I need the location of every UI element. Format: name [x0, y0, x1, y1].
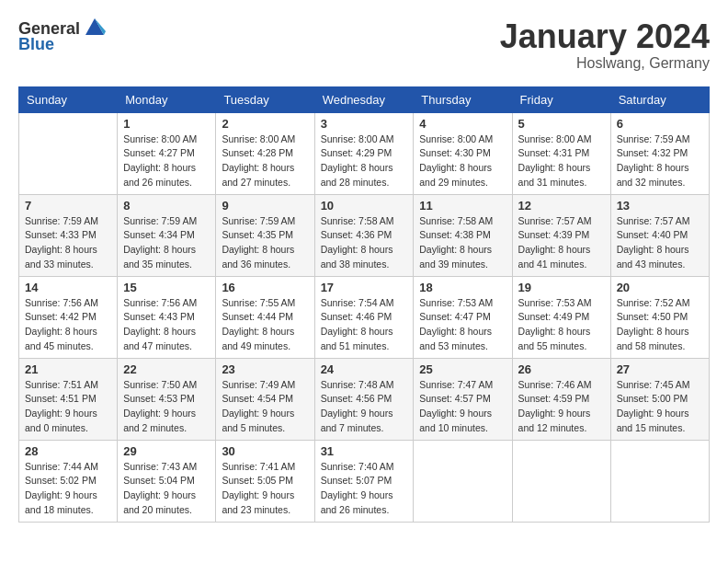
day-info: Sunrise: 7:43 AMSunset: 5:04 PMDaylight:… [123, 460, 210, 518]
calendar-cell: 11Sunrise: 7:58 AMSunset: 4:38 PMDayligh… [414, 194, 512, 276]
day-info: Sunrise: 7:58 AMSunset: 4:38 PMDaylight:… [419, 214, 506, 272]
day-info: Sunrise: 7:40 AMSunset: 5:07 PMDaylight:… [321, 460, 408, 518]
calendar-cell: 27Sunrise: 7:45 AMSunset: 5:00 PMDayligh… [610, 358, 709, 440]
day-info: Sunrise: 7:56 AMSunset: 4:42 PMDaylight:… [25, 296, 111, 354]
day-number: 20 [617, 281, 703, 294]
day-info: Sunrise: 7:58 AMSunset: 4:36 PMDaylight:… [321, 214, 408, 272]
calendar-header-tuesday: Tuesday [216, 86, 314, 112]
day-info: Sunrise: 7:56 AMSunset: 4:43 PMDaylight:… [123, 296, 210, 354]
calendar-week-row: 21Sunrise: 7:51 AMSunset: 4:51 PMDayligh… [19, 358, 710, 440]
day-number: 3 [321, 117, 408, 131]
day-info: Sunrise: 7:55 AMSunset: 4:44 PMDaylight:… [222, 296, 308, 354]
calendar-cell: 30Sunrise: 7:41 AMSunset: 5:05 PMDayligh… [216, 440, 314, 522]
day-info: Sunrise: 8:00 AMSunset: 4:29 PMDaylight:… [321, 132, 408, 190]
day-number: 16 [222, 281, 308, 294]
day-info: Sunrise: 7:53 AMSunset: 4:47 PMDaylight:… [419, 296, 506, 354]
day-number: 25 [419, 362, 506, 376]
calendar-cell: 24Sunrise: 7:48 AMSunset: 4:56 PMDayligh… [314, 358, 414, 440]
logo: General Blue [18, 18, 106, 54]
calendar-cell: 10Sunrise: 7:58 AMSunset: 4:36 PMDayligh… [314, 194, 414, 276]
calendar-header-row: SundayMondayTuesdayWednesdayThursdayFrid… [19, 86, 710, 112]
calendar-cell: 31Sunrise: 7:40 AMSunset: 5:07 PMDayligh… [314, 440, 414, 522]
day-info: Sunrise: 7:57 AMSunset: 4:39 PMDaylight:… [518, 214, 605, 272]
day-number: 18 [419, 281, 506, 294]
calendar-cell: 21Sunrise: 7:51 AMSunset: 4:51 PMDayligh… [19, 358, 118, 440]
day-number: 14 [25, 281, 111, 294]
calendar-cell: 15Sunrise: 7:56 AMSunset: 4:43 PMDayligh… [118, 276, 216, 358]
calendar-cell: 7Sunrise: 7:59 AMSunset: 4:33 PMDaylight… [19, 194, 118, 276]
calendar-cell [512, 440, 610, 522]
day-info: Sunrise: 7:45 AMSunset: 5:00 PMDaylight:… [617, 378, 703, 436]
day-info: Sunrise: 7:53 AMSunset: 4:49 PMDaylight:… [518, 296, 605, 354]
day-info: Sunrise: 7:47 AMSunset: 4:57 PMDaylight:… [419, 378, 506, 436]
day-number: 12 [518, 199, 605, 213]
day-number: 19 [518, 281, 605, 294]
calendar-cell: 6Sunrise: 7:59 AMSunset: 4:32 PMDaylight… [610, 112, 709, 194]
day-info: Sunrise: 7:59 AMSunset: 4:32 PMDaylight:… [617, 132, 703, 190]
day-number: 26 [518, 362, 605, 376]
calendar-cell: 14Sunrise: 7:56 AMSunset: 4:42 PMDayligh… [19, 276, 118, 358]
calendar-cell: 3Sunrise: 8:00 AMSunset: 4:29 PMDaylight… [314, 112, 414, 194]
calendar-cell: 4Sunrise: 8:00 AMSunset: 4:30 PMDaylight… [414, 112, 512, 194]
calendar-cell: 28Sunrise: 7:44 AMSunset: 5:02 PMDayligh… [19, 440, 118, 522]
day-number: 9 [222, 199, 308, 213]
calendar-cell [610, 440, 709, 522]
calendar-cell: 18Sunrise: 7:53 AMSunset: 4:47 PMDayligh… [414, 276, 512, 358]
title-block: January 2024 Hoslwang, Germany [500, 18, 710, 72]
calendar-cell: 26Sunrise: 7:46 AMSunset: 4:59 PMDayligh… [512, 358, 610, 440]
day-number: 5 [518, 117, 605, 131]
calendar-cell: 23Sunrise: 7:49 AMSunset: 4:54 PMDayligh… [216, 358, 314, 440]
calendar-header-friday: Friday [512, 86, 610, 112]
calendar-cell: 8Sunrise: 7:59 AMSunset: 4:34 PMDaylight… [118, 194, 216, 276]
day-number: 30 [222, 444, 308, 458]
calendar-cell: 13Sunrise: 7:57 AMSunset: 4:40 PMDayligh… [610, 194, 709, 276]
day-info: Sunrise: 7:57 AMSunset: 4:40 PMDaylight:… [617, 214, 703, 272]
calendar-week-row: 7Sunrise: 7:59 AMSunset: 4:33 PMDaylight… [19, 194, 710, 276]
calendar-table: SundayMondayTuesdayWednesdayThursdayFrid… [18, 86, 710, 523]
day-number: 11 [419, 199, 506, 213]
day-number: 22 [123, 362, 210, 376]
calendar-cell: 1Sunrise: 8:00 AMSunset: 4:27 PMDaylight… [118, 112, 216, 194]
day-number: 23 [222, 362, 308, 376]
calendar-cell: 20Sunrise: 7:52 AMSunset: 4:50 PMDayligh… [610, 276, 709, 358]
day-info: Sunrise: 7:52 AMSunset: 4:50 PMDaylight:… [617, 296, 703, 354]
day-info: Sunrise: 7:54 AMSunset: 4:46 PMDaylight:… [321, 296, 408, 354]
day-info: Sunrise: 7:59 AMSunset: 4:33 PMDaylight:… [25, 214, 111, 272]
day-number: 7 [25, 199, 111, 213]
day-info: Sunrise: 7:59 AMSunset: 4:35 PMDaylight:… [222, 214, 308, 272]
calendar-header-wednesday: Wednesday [314, 86, 414, 112]
day-info: Sunrise: 7:46 AMSunset: 4:59 PMDaylight:… [518, 378, 605, 436]
day-info: Sunrise: 7:49 AMSunset: 4:54 PMDaylight:… [222, 378, 308, 436]
calendar-header-saturday: Saturday [610, 86, 709, 112]
day-number: 17 [321, 281, 408, 294]
day-number: 29 [123, 444, 210, 458]
calendar-cell: 12Sunrise: 7:57 AMSunset: 4:39 PMDayligh… [512, 194, 610, 276]
day-number: 4 [419, 117, 506, 131]
calendar-header-sunday: Sunday [19, 86, 118, 112]
calendar-header-thursday: Thursday [414, 86, 512, 112]
day-info: Sunrise: 8:00 AMSunset: 4:28 PMDaylight:… [222, 132, 308, 190]
month-title: January 2024 [500, 18, 710, 55]
page-header: General Blue January 2024 Hoslwang, Germ… [18, 18, 710, 72]
day-info: Sunrise: 8:00 AMSunset: 4:27 PMDaylight:… [123, 132, 210, 190]
day-info: Sunrise: 7:59 AMSunset: 4:34 PMDaylight:… [123, 214, 210, 272]
calendar-cell: 2Sunrise: 8:00 AMSunset: 4:28 PMDaylight… [216, 112, 314, 194]
calendar-cell: 19Sunrise: 7:53 AMSunset: 4:49 PMDayligh… [512, 276, 610, 358]
calendar-cell: 5Sunrise: 8:00 AMSunset: 4:31 PMDaylight… [512, 112, 610, 194]
day-number: 6 [617, 117, 703, 131]
day-info: Sunrise: 7:41 AMSunset: 5:05 PMDaylight:… [222, 460, 308, 518]
day-info: Sunrise: 7:44 AMSunset: 5:02 PMDaylight:… [25, 460, 111, 518]
day-number: 27 [617, 362, 703, 376]
calendar-cell: 22Sunrise: 7:50 AMSunset: 4:53 PMDayligh… [118, 358, 216, 440]
logo-icon [82, 15, 106, 39]
day-number: 1 [123, 117, 210, 131]
day-number: 2 [222, 117, 308, 131]
day-number: 21 [25, 362, 111, 376]
day-number: 31 [321, 444, 408, 458]
day-number: 28 [25, 444, 111, 458]
day-info: Sunrise: 7:48 AMSunset: 4:56 PMDaylight:… [321, 378, 408, 436]
logo-blue: Blue [18, 35, 54, 54]
day-number: 10 [321, 199, 408, 213]
day-info: Sunrise: 8:00 AMSunset: 4:30 PMDaylight:… [419, 132, 506, 190]
calendar-cell: 25Sunrise: 7:47 AMSunset: 4:57 PMDayligh… [414, 358, 512, 440]
